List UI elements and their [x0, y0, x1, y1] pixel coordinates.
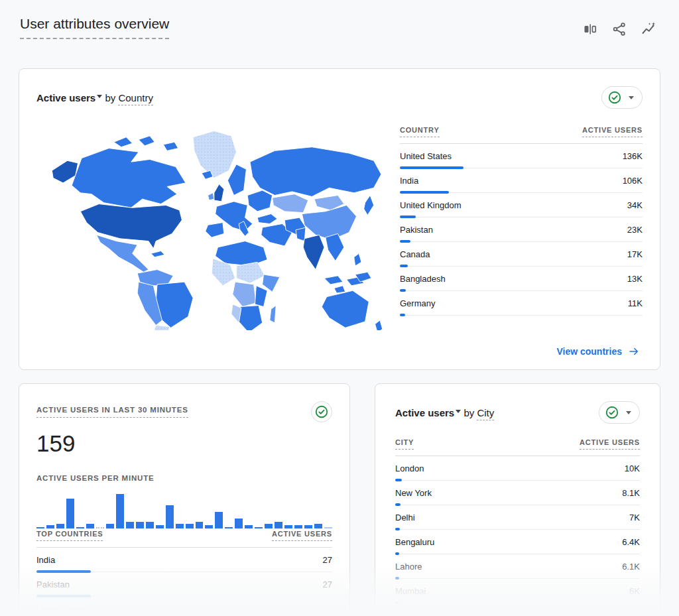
city-value: 6.4K — [622, 537, 640, 547]
per-minute-bar — [215, 512, 223, 528]
per-minute-bar — [116, 494, 124, 528]
row-value-bar — [395, 601, 399, 604]
dimension-selector[interactable]: City — [477, 407, 494, 420]
title-connector: by — [463, 407, 474, 418]
per-minute-bar-chart — [36, 491, 332, 528]
per-minute-bar — [275, 522, 282, 528]
insights-icon[interactable] — [641, 21, 656, 37]
city-row: New York8.1K — [395, 481, 640, 505]
title-connector: by — [105, 92, 115, 103]
city-value: 7K — [629, 513, 640, 523]
view-countries-link[interactable]: View countries — [556, 345, 640, 357]
per-minute-bar — [294, 525, 302, 528]
top-country-row: Pakistan27 — [36, 572, 332, 597]
view-countries-label: View countries — [556, 346, 622, 357]
per-minute-bar — [324, 527, 332, 528]
share-icon[interactable] — [611, 21, 627, 37]
per-minute-bar — [176, 524, 184, 528]
check-circle-icon — [607, 90, 622, 105]
page-header: User attributes overview — [0, 0, 679, 39]
country-row: India106K — [400, 168, 643, 193]
country-label: United Kingdom — [400, 200, 462, 210]
data-quality-dropdown[interactable] — [599, 401, 640, 424]
country-value: 34K — [627, 200, 643, 210]
realtime-card: ACTIVE USERS IN LAST 30 MINUTES 159 ACTI… — [19, 383, 350, 616]
top-country-value: 27 — [323, 555, 332, 565]
top-country-label: Pakistan — [36, 580, 70, 589]
city-row: Lahore6.1K — [395, 554, 640, 579]
data-quality-dropdown[interactable] — [601, 86, 643, 109]
country-row: Germany11K — [400, 291, 643, 316]
column-header-city[interactable]: CITY — [395, 438, 414, 450]
chevron-down-icon — [626, 411, 631, 417]
country-label: India — [400, 176, 418, 186]
check-circle-icon — [605, 405, 619, 420]
city-label: London — [395, 463, 424, 473]
chevron-down-icon — [456, 410, 461, 416]
country-row: United States136K — [400, 144, 643, 168]
per-minute-bar — [136, 522, 144, 528]
metric-selector[interactable]: Active users — [36, 92, 102, 103]
per-minute-bar — [156, 525, 164, 528]
column-header-top-countries[interactable]: TOP COUNTRIES — [36, 530, 103, 541]
country-label: United States — [400, 151, 452, 161]
column-header-country[interactable]: COUNTRY — [400, 126, 440, 137]
city-value: 6K — [629, 586, 640, 596]
city-label: Mumbai — [395, 586, 426, 596]
top-country-label: India — [36, 555, 55, 565]
city-value: 8.1K — [622, 488, 640, 498]
card-title: Active users by Country — [36, 92, 153, 103]
page-title: User attributes overview — [20, 16, 169, 39]
per-minute-bar — [186, 524, 194, 528]
country-label: Bangladesh — [400, 274, 446, 284]
arrow-right-icon — [628, 345, 640, 357]
world-map — [36, 126, 400, 333]
city-row: Mumbai6K — [395, 579, 640, 603]
data-quality-badge[interactable] — [311, 401, 332, 422]
city-row: Delhi7K — [395, 505, 640, 530]
per-minute-bar — [56, 524, 64, 528]
column-header-active-users[interactable]: ACTIVE USERS — [582, 126, 643, 137]
country-table: COUNTRY ACTIVE USERS United States136KIn… — [400, 126, 643, 333]
chevron-down-icon — [97, 95, 102, 101]
country-value: 11K — [628, 298, 643, 308]
top-countries-table: TOP COUNTRIES ACTIVE USERS India27Pakist… — [36, 530, 332, 616]
country-value: 106K — [623, 176, 643, 186]
header-toolbar — [582, 21, 656, 37]
per-minute-bar — [265, 524, 273, 528]
per-minute-bar — [96, 527, 104, 528]
country-row: Canada17K — [400, 242, 643, 267]
per-minute-bar — [225, 527, 233, 528]
metric-selector[interactable]: Active users — [395, 407, 461, 418]
per-minute-bar — [166, 505, 174, 528]
top-country-value: 15 — [323, 604, 332, 614]
per-minute-bar — [205, 525, 213, 528]
active-users-count: 159 — [36, 430, 332, 457]
country-label: Canada — [400, 249, 430, 259]
active-users-by-country-card: Active users by Country — [19, 68, 660, 370]
country-value: 23K — [627, 225, 643, 235]
top-country-row: India27 — [36, 548, 332, 572]
per-minute-bar — [66, 499, 74, 528]
per-minute-bar — [235, 519, 243, 528]
per-minute-bar — [106, 524, 114, 528]
country-value: 13K — [627, 274, 643, 284]
per-minute-bar — [284, 525, 292, 528]
per-minute-bar — [76, 527, 84, 528]
per-minute-bar — [146, 522, 154, 528]
per-minute-bar — [196, 522, 204, 528]
active-users-by-city-card: Active users by City CITY ACTIVE USERS L… — [375, 383, 660, 616]
city-row: Bengaluru6.4K — [395, 530, 640, 554]
check-circle-icon — [314, 404, 329, 419]
column-header-active-users[interactable]: ACTIVE USERS — [272, 530, 332, 541]
map-regions — [52, 131, 382, 330]
column-header-active-users[interactable]: ACTIVE USERS — [580, 438, 640, 450]
top-country-row: United States15 — [36, 597, 332, 616]
per-minute-bar — [304, 525, 312, 528]
per-minute-bar — [245, 525, 253, 528]
city-table: CITY ACTIVE USERS London10KNew York8.1KD… — [395, 438, 640, 603]
city-label: Delhi — [395, 513, 415, 523]
dimension-selector[interactable]: Country — [118, 92, 153, 105]
comparison-icon[interactable] — [582, 21, 598, 37]
realtime-title[interactable]: ACTIVE USERS IN LAST 30 MINUTES — [36, 406, 188, 418]
